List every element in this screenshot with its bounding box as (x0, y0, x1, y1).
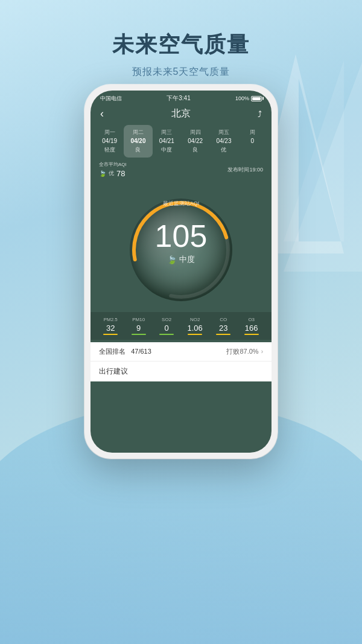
day-tab-monday[interactable]: 周一 04/19 轻度 (95, 125, 124, 158)
day-name-mon: 周一 (98, 129, 121, 136)
gauge-quality-text: 中度 (179, 254, 195, 265)
o3-label: O3 (244, 317, 259, 322)
travel-title: 出行建议 (99, 366, 263, 377)
leaf-icon-aqi: 🍃 (99, 170, 106, 177)
aqi-label: 全市平均AQI (99, 161, 127, 168)
o3-bar (244, 334, 259, 335)
back-button[interactable]: ‹ (100, 107, 104, 120)
so2-value: 0 (159, 324, 174, 333)
phone-screen: 中国电信 下午3:41 100% ‹ 北京 ⤴ 周一 04/19 轻度 (91, 91, 272, 453)
aqi-value-row: 🍃 优 78 (99, 169, 127, 178)
share-button[interactable]: ⤴ (258, 109, 262, 119)
ranking-right: 打败87.0% › (226, 347, 263, 356)
leaf-icon-gauge: 🍃 (167, 255, 177, 264)
day-tab-tuesday[interactable]: 周二 04/20 良 (124, 125, 152, 158)
status-bar: 中国电信 下午3:41 100% (91, 91, 272, 105)
time-text: 下午3:41 (167, 94, 190, 103)
gauge-value-area: 105 🍃 中度 (155, 220, 208, 265)
no2-value: 1.06 (188, 324, 203, 333)
pm10-bar (132, 334, 146, 335)
pollutant-pm10: PM10 9 (132, 317, 146, 335)
co-bar (216, 334, 230, 335)
day-quality-wed: 中度 (155, 146, 179, 154)
day-tab-wednesday[interactable]: 周三 04/21 中度 (153, 125, 181, 158)
gauge-section: 最近监测站AQI 105 🍃 中度 (91, 182, 272, 310)
aqi-number: 78 (116, 169, 125, 178)
day-date-wed: 04/21 (155, 138, 179, 144)
travel-bar: 出行建议 (91, 361, 272, 381)
ranking-chevron: › (261, 348, 263, 355)
pollutant-no2: NO2 1.06 (188, 317, 203, 335)
ranking-value: 47/613 (131, 348, 151, 355)
ranking-bar[interactable]: 全国排名 47/613 打败87.0% › (91, 342, 272, 361)
gauge-label: 最近监测站AQI (163, 200, 200, 208)
battery-area: 100% (235, 95, 262, 101)
day-tab-extra[interactable]: 周 0 (238, 125, 267, 158)
defeat-text: 打败87.0% (226, 347, 258, 356)
pollutant-co: CO 23 (216, 317, 230, 335)
o3-value: 166 (244, 324, 259, 333)
title-section: 未来空气质量 预报未来5天空气质量 (0, 0, 362, 78)
phone-outer: 中国电信 下午3:41 100% ‹ 北京 ⤴ 周一 04/19 轻度 (84, 84, 278, 459)
no2-label: NO2 (188, 317, 203, 322)
no2-bar (188, 334, 202, 335)
aqi-info-bar: 全市平均AQI 🍃 优 78 发布时间19:00 (91, 158, 272, 182)
aqi-left: 全市平均AQI 🍃 优 78 (99, 161, 127, 178)
bg-triangle-2 (284, 60, 344, 241)
day-date-ext: 0 (241, 138, 264, 144)
co-label: CO (216, 317, 230, 322)
so2-bar (159, 334, 174, 335)
day-name-fri: 周五 (212, 129, 235, 136)
gauge-container: 最近监测站AQI 105 🍃 中度 (121, 187, 241, 307)
day-tab-thursday[interactable]: 周四 04/22 良 (181, 125, 209, 158)
aqi-quality-text: 优 (109, 170, 114, 177)
svg-marker-1 (299, 78, 341, 241)
so2-label: SO2 (159, 317, 174, 322)
day-name-wed: 周三 (155, 129, 179, 136)
day-quality-tue: 良 (126, 146, 150, 154)
pollutant-pm25: PM2.5 32 (103, 317, 118, 335)
battery-percent: 100% (235, 95, 249, 101)
battery-icon (251, 96, 262, 101)
pollutants-bar: PM2.5 32 PM10 9 SO2 0 NO2 1.06 (91, 312, 272, 340)
ranking-left: 全国排名 47/613 (99, 347, 151, 356)
day-name-thu: 周四 (183, 129, 207, 136)
ranking-label: 全国排名 (99, 348, 125, 355)
day-name-ext: 周 (241, 129, 264, 136)
day-date-tue: 04/20 (126, 138, 150, 144)
day-quality-thu: 良 (183, 146, 207, 154)
city-title: 北京 (171, 107, 191, 120)
pm25-label: PM2.5 (103, 317, 118, 322)
day-date-thu: 04/22 (183, 138, 207, 144)
pm10-value: 9 (132, 324, 146, 333)
day-tab-friday[interactable]: 周五 04/23 优 (209, 125, 238, 158)
carrier-text: 中国电信 (100, 95, 122, 103)
sub-title: 预报未来5天空气质量 (0, 66, 362, 78)
nav-bar: ‹ 北京 ⤴ (91, 105, 272, 125)
day-quality-mon: 轻度 (98, 146, 121, 154)
pm10-label: PM10 (132, 317, 146, 322)
gauge-quality: 🍃 中度 (155, 254, 208, 265)
co-value: 23 (216, 324, 230, 333)
pollutant-o3: O3 166 (244, 317, 259, 335)
day-quality-fri: 优 (212, 146, 235, 154)
pm25-bar (103, 334, 118, 335)
day-date-mon: 04/19 (98, 138, 121, 144)
pm25-value: 32 (103, 324, 118, 333)
day-tabs: 周一 04/19 轻度 周二 04/20 良 周三 04/21 中度 周四 04… (91, 125, 272, 158)
main-title: 未来空气质量 (0, 30, 362, 60)
gauge-number: 105 (155, 220, 208, 252)
day-name-tue: 周二 (126, 129, 150, 136)
pollutant-so2: SO2 0 (159, 317, 174, 335)
phone-wrapper: 中国电信 下午3:41 100% ‹ 北京 ⤴ 周一 04/19 轻度 (84, 84, 278, 459)
publish-time: 发布时间19:00 (227, 166, 263, 174)
day-date-fri: 04/23 (212, 138, 235, 144)
